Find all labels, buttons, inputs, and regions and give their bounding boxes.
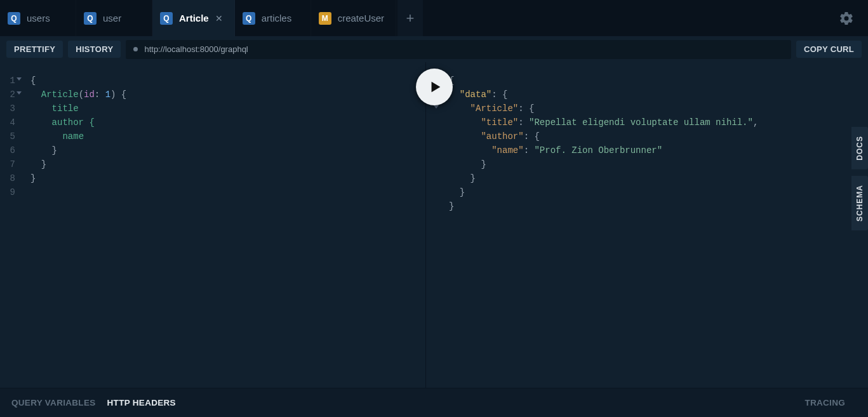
tab-articles[interactable]: Q articles [235, 0, 311, 36]
prettify-button[interactable]: PRETTIFY [6, 41, 63, 58]
execute-button[interactable] [416, 69, 453, 105]
copy-curl-button[interactable]: COPY CURL [796, 41, 862, 58]
fold-icon[interactable] [17, 77, 22, 81]
endpoint-field[interactable] [126, 40, 791, 59]
http-headers-tab[interactable]: HTTP HEADERS [107, 398, 176, 407]
response-json: { "data": { "Article": { "title": "Repel… [449, 74, 758, 388]
query-badge-icon: Q [8, 12, 20, 25]
tab-label: articles [262, 13, 292, 23]
query-variables-tab[interactable]: QUERY VARIABLES [11, 398, 96, 407]
tracing-tab[interactable]: TRACING [805, 398, 845, 407]
fold-icon[interactable] [434, 105, 439, 109]
gear-icon [839, 11, 854, 26]
line-gutter: 1 2 3456789 [0, 74, 20, 388]
tab-label: Article [179, 13, 209, 23]
spacer [423, 0, 839, 36]
tab-article[interactable]: Q Article ✕ [152, 0, 235, 36]
tab-strip: Q users Q user Q Article ✕ Q articles M … [0, 0, 423, 36]
schema-button[interactable]: SCHEMA [851, 176, 868, 230]
mutation-badge-icon: M [319, 12, 331, 25]
status-dot-icon [133, 47, 138, 51]
query-editor[interactable]: 1 2 3456789 { Article(id: 1) { title aut… [0, 62, 426, 388]
response-viewer[interactable]: { "data": { "Article": { "title": "Repel… [426, 62, 868, 388]
endpoint-input[interactable] [144, 44, 784, 54]
tab-label: user [103, 13, 121, 23]
toolbar: PRETTIFY HISTORY COPY CURL [0, 36, 868, 62]
tab-create-user[interactable]: M createUser [311, 0, 396, 36]
history-button[interactable]: HISTORY [68, 41, 121, 58]
fold-icon[interactable] [17, 91, 22, 95]
bottom-bar: QUERY VARIABLES HTTP HEADERS TRACING [0, 388, 868, 417]
query-code[interactable]: { Article(id: 1) { title author { name }… [20, 74, 126, 388]
tab-label: users [27, 13, 50, 23]
add-tab-button[interactable]: + [397, 0, 423, 36]
query-badge-icon: Q [243, 12, 255, 25]
side-rail: DOCS SCHEMA [851, 127, 868, 230]
settings-button[interactable] [839, 11, 854, 26]
close-icon[interactable]: ✕ [215, 13, 223, 23]
top-bar: Q users Q user Q Article ✕ Q articles M … [0, 0, 868, 36]
response-gutter [443, 74, 449, 388]
query-badge-icon: Q [84, 12, 97, 25]
tab-user[interactable]: Q user [76, 0, 152, 36]
tab-users[interactable]: Q users [0, 0, 76, 36]
docs-button[interactable]: DOCS [851, 127, 868, 169]
query-badge-icon: Q [160, 12, 173, 25]
play-icon [429, 80, 443, 94]
work-area: 1 2 3456789 { Article(id: 1) { title aut… [0, 62, 868, 388]
tab-label: createUser [338, 13, 384, 23]
